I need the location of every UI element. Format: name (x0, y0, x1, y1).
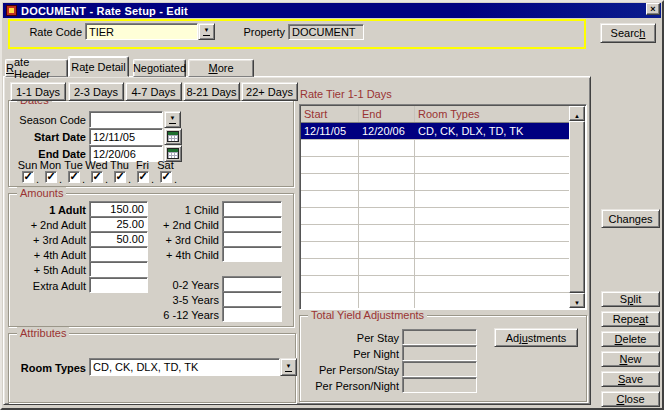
start-date-input[interactable] (89, 128, 163, 145)
season-code-label: Season Code (10, 114, 86, 126)
rate-tier-empty-cell (301, 276, 359, 292)
amount-4th-adult-input[interactable] (89, 246, 148, 262)
changes-button[interactable]: Changes (601, 209, 660, 228)
new-button[interactable]: New (601, 351, 660, 367)
tab-negotiated[interactable]: Negotiated (133, 59, 186, 77)
rate-tier-empty-row[interactable] (301, 140, 569, 157)
search-button[interactable]: Search (600, 23, 656, 43)
rate-tier-selected-row[interactable]: 12/11/05 12/20/06 CD, CK, DLX, TD, TK (301, 123, 569, 140)
per-person-night-input[interactable] (402, 377, 477, 393)
weekday-checkbox-thu[interactable] (114, 171, 126, 183)
amount-extra-adult-input[interactable] (89, 277, 148, 293)
amount-0-2-years-input[interactable] (222, 276, 282, 292)
delete-button[interactable]: Delete (601, 331, 660, 347)
cell-start: 12/11/05 (301, 123, 359, 139)
weekday-wed: Wed . (85, 159, 108, 183)
repeat-button[interactable]: Repeat (601, 311, 660, 327)
amount-3rd-child-input[interactable] (222, 231, 282, 247)
per-night-input[interactable] (402, 345, 477, 361)
per-person-night-label: Per Person/Night (304, 380, 399, 392)
adjustments-button[interactable]: Adjustments (494, 328, 578, 347)
calendar-icon (167, 148, 179, 159)
rate-tier-empty-row[interactable] (301, 293, 569, 308)
amount-1-adult-input[interactable] (89, 201, 148, 217)
amount-2nd-child-input[interactable] (222, 216, 282, 232)
weekday-checkbox-sun[interactable] (22, 171, 34, 183)
room-types-dropdown-button[interactable] (280, 358, 297, 376)
tab-rate-header[interactable]: Rate Header (5, 59, 68, 77)
day-tab-1-1[interactable]: 1-1 Days (10, 82, 66, 101)
tab-more[interactable]: More (188, 59, 254, 77)
day-tab-22plus[interactable]: 22+ Days (241, 82, 298, 101)
room-types-input[interactable] (89, 358, 280, 376)
save-button[interactable]: Save (601, 371, 660, 387)
weekday-mon: Mon . (39, 159, 62, 183)
weekday-sat: Sat . (154, 159, 177, 183)
amount-6-12-years-input[interactable] (222, 306, 282, 322)
season-code-input[interactable] (89, 111, 163, 128)
column-header-start[interactable]: Start (301, 106, 359, 122)
amount-2nd-adult-input[interactable] (89, 216, 148, 232)
rate-tier-empty-cell (359, 191, 415, 207)
rate-code-dropdown-button[interactable] (198, 23, 215, 40)
amount-3rd-adult-input[interactable] (89, 231, 148, 247)
weekday-checkbox-sat[interactable] (160, 171, 172, 183)
weekday-checkbox-fri[interactable] (137, 171, 149, 183)
amount-1-child-input[interactable] (222, 201, 282, 217)
close-button[interactable]: Close (601, 391, 660, 407)
rate-code-input[interactable] (85, 23, 198, 40)
weekday-label: Wed (85, 159, 108, 170)
amount-4th-child-input[interactable] (222, 246, 282, 262)
season-code-dropdown-button[interactable] (164, 111, 181, 128)
split-button[interactable]: Split (601, 291, 660, 307)
per-person-stay-input[interactable] (402, 361, 477, 377)
rate-tier-empty-row[interactable] (301, 157, 569, 174)
scroll-up-icon (574, 108, 580, 120)
column-header-end[interactable]: End (359, 106, 415, 122)
rate-tier-empty-cell (415, 208, 569, 224)
start-date-calendar-button[interactable] (164, 128, 182, 145)
rate-tier-empty-cell (301, 140, 359, 156)
rate-tier-empty-cell (359, 140, 415, 156)
rate-tier-empty-row[interactable] (301, 191, 569, 208)
rate-tier-empty-cell (301, 242, 359, 258)
rate-tier-empty-cell (359, 174, 415, 190)
amount-0-2-years-label: 0-2 Years (142, 279, 219, 291)
scrollbar-up-button[interactable] (569, 106, 585, 121)
property-input[interactable] (288, 24, 364, 40)
rate-tier-empty-cell (359, 259, 415, 275)
weekday-label: Fri (131, 159, 154, 170)
rate-tier-empty-row[interactable] (301, 259, 569, 276)
scrollbar-thumb[interactable] (569, 121, 585, 293)
weekday-checkbox-tue[interactable] (68, 171, 80, 183)
titlebar: DOCUMENT - Rate Setup - Edit (3, 3, 661, 18)
amount-3-5-years-input[interactable] (222, 291, 282, 307)
day-tab-4-7[interactable]: 4-7 Days (125, 82, 182, 101)
close-window-button[interactable]: × (646, 3, 660, 15)
rate-tier-empty-cell (415, 140, 569, 156)
amount-5th-adult-input[interactable] (89, 261, 148, 277)
rate-tier-empty-row[interactable] (301, 208, 569, 225)
rate-tier-empty-cell (359, 208, 415, 224)
rate-tier-table: Start End Room Types 12/11/05 12/20/06 C… (299, 104, 587, 310)
day-tab-8-21[interactable]: 8-21 Days (183, 82, 240, 101)
dropdown-arrow-icon (169, 115, 176, 124)
tab-rate-detail[interactable]: Rate Detail (68, 56, 129, 77)
rate-tier-empty-row[interactable] (301, 174, 569, 191)
rate-tier-empty-row[interactable] (301, 242, 569, 259)
vertical-scrollbar[interactable] (569, 106, 585, 308)
rate-tier-empty-row[interactable] (301, 276, 569, 293)
weekday-checkbox-wed[interactable] (91, 171, 103, 183)
rate-tier-empty-row[interactable] (301, 225, 569, 242)
weekday-checkbox-mon[interactable] (45, 171, 57, 183)
weekday-row: Sun . Mon . Tue . Wed . Thu . Fri . (16, 159, 177, 183)
day-tab-2-3[interactable]: 2-3 Days (68, 82, 124, 101)
rate-tier-empty-rows (301, 140, 569, 308)
attributes-group-title: Attributes (17, 327, 69, 339)
rate-tier-empty-cell (415, 259, 569, 275)
rate-tier-empty-cell (359, 225, 415, 241)
scrollbar-down-button[interactable] (569, 293, 585, 308)
column-header-room-types[interactable]: Room Types (415, 106, 569, 122)
rate-tier-rows: Start End Room Types 12/11/05 12/20/06 C… (301, 106, 569, 308)
per-stay-input[interactable] (402, 329, 477, 345)
